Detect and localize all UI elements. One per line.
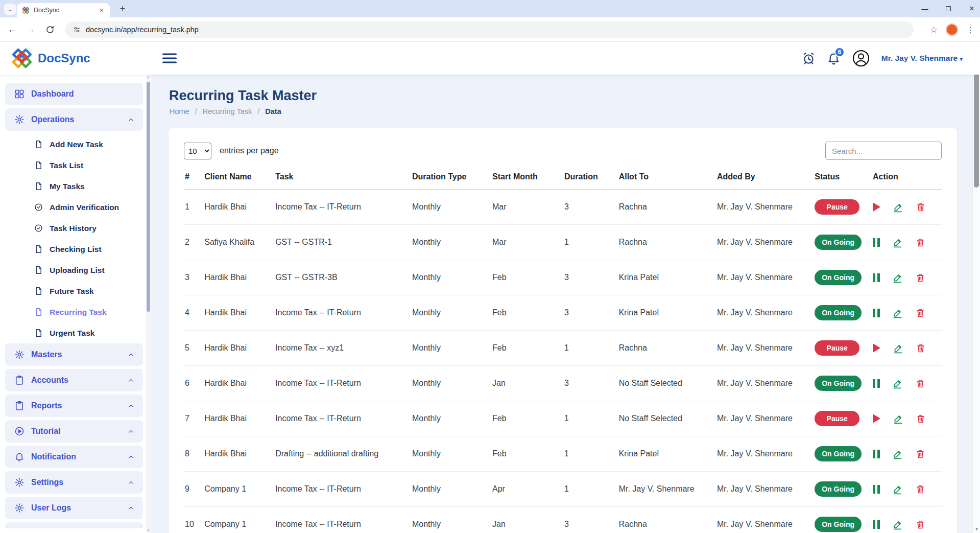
sidebar-item-reports[interactable]: Reports: [5, 395, 143, 417]
scroll-up-icon[interactable]: ▲: [146, 76, 151, 79]
sidebar-item-task-history[interactable]: Task History: [5, 218, 143, 239]
entries-per-page-select[interactable]: 10: [184, 143, 211, 159]
start-month-cell: Apr: [491, 472, 563, 507]
close-window-icon[interactable]: ×: [967, 4, 977, 13]
pause-icon[interactable]: [873, 485, 880, 494]
delete-trash-icon[interactable]: [915, 449, 925, 459]
bookmark-star-icon[interactable]: ☆: [930, 25, 938, 35]
forward-icon[interactable]: →: [25, 24, 37, 36]
duration-cell: 3: [563, 295, 618, 331]
search-input[interactable]: [825, 142, 942, 160]
check-circle-icon: [34, 224, 43, 233]
edit-pencil-icon[interactable]: [892, 237, 903, 248]
delete-trash-icon[interactable]: [915, 272, 925, 283]
sidebar-item-notification[interactable]: Notification: [5, 446, 143, 468]
delete-trash-icon[interactable]: [915, 519, 925, 529]
delete-trash-icon[interactable]: [916, 413, 926, 424]
window-controls: — ×: [920, 0, 977, 17]
tab-search-button[interactable]: ⌄: [4, 4, 16, 15]
resume-play-icon[interactable]: [873, 414, 880, 423]
added-by-cell: Mr. Jay V. Shenmare: [716, 190, 814, 225]
row-actions: [873, 202, 939, 213]
alarm-clock-icon[interactable]: [802, 52, 816, 65]
sidebar-item-settings[interactable]: Settings: [5, 471, 143, 494]
edit-pencil-icon[interactable]: [893, 343, 903, 354]
breadcrumb-recurring-task[interactable]: Recurring Task: [203, 107, 252, 115]
sidebar-item-label: Uploading List: [50, 266, 105, 275]
delete-trash-icon[interactable]: [915, 484, 925, 494]
edit-pencil-icon[interactable]: [892, 449, 903, 459]
edit-pencil-icon[interactable]: [893, 413, 903, 424]
sidebar-item-urgent-task[interactable]: Urgent Task: [5, 322, 143, 343]
duration-type-cell: Monthly: [411, 190, 491, 225]
user-avatar-icon[interactable]: [852, 49, 870, 67]
browser-menu-icon[interactable]: ⋮: [966, 25, 975, 35]
window-scrollbar[interactable]: ▲ ▼: [972, 42, 980, 533]
resume-play-icon[interactable]: [873, 202, 880, 212]
user-menu[interactable]: Mr. Jay V. Shenmare ▾: [881, 54, 963, 63]
sidebar-item-user-logs[interactable]: User Logs: [5, 497, 143, 519]
edit-pencil-icon[interactable]: [893, 202, 903, 213]
sidebar-item-task-list[interactable]: Task List: [5, 155, 143, 176]
hamburger-menu-icon[interactable]: [162, 51, 177, 66]
back-icon[interactable]: ←: [6, 24, 18, 36]
delete-trash-icon[interactable]: [915, 237, 925, 247]
start-month-cell: Feb: [491, 401, 563, 436]
pause-icon[interactable]: [873, 273, 880, 282]
sidebar-item-admin-verification[interactable]: Admin Verification: [5, 197, 143, 218]
pause-icon[interactable]: [873, 520, 880, 529]
duration-cell: 3: [563, 366, 618, 401]
site-info-icon[interactable]: [73, 26, 81, 34]
chevron-up-icon: [127, 504, 135, 512]
brand-logo[interactable]: DocSync: [11, 48, 90, 69]
minimize-icon[interactable]: —: [920, 5, 930, 13]
sidebar-item-dashboard[interactable]: Dashboard: [5, 83, 143, 105]
sidebar-item-accounts[interactable]: Accounts: [5, 369, 143, 391]
sidebar-scrollbar-thumb[interactable]: [147, 82, 150, 312]
reload-icon[interactable]: [44, 24, 56, 36]
sidebar-item-future-task[interactable]: Future Task: [5, 281, 143, 302]
browser-tab[interactable]: DocSync ×: [17, 3, 110, 17]
row-number: 1: [184, 190, 203, 225]
sidebar-item-label: Notification: [31, 452, 76, 461]
added-by-cell: Mr. Jay V. Shenmare: [716, 401, 814, 436]
scroll-down-icon[interactable]: ▼: [146, 529, 151, 532]
maximize-icon[interactable]: [943, 5, 953, 13]
sidebar-item-masters[interactable]: Masters: [5, 343, 143, 366]
sidebar-item-uploading-list[interactable]: Uploading List: [5, 260, 143, 281]
duration-cell: 3: [563, 260, 618, 295]
edit-pencil-icon[interactable]: [892, 484, 903, 495]
pause-icon[interactable]: [873, 379, 880, 388]
notification-bell-icon[interactable]: 6: [827, 52, 841, 65]
added-by-cell: Mr. Jay V. Shenmare: [716, 225, 814, 260]
browser-profile-avatar[interactable]: [946, 24, 958, 36]
brand-name: DocSync: [38, 51, 90, 65]
tab-close-icon[interactable]: ×: [98, 6, 106, 15]
sidebar-item-operations[interactable]: Operations: [5, 108, 143, 131]
delete-trash-icon[interactable]: [915, 378, 925, 388]
resume-play-icon[interactable]: [873, 343, 880, 353]
sidebar-item-tutorial[interactable]: Tutorial: [5, 420, 143, 443]
sidebar-item-my-tasks[interactable]: My Tasks: [5, 176, 143, 197]
edit-pencil-icon[interactable]: [892, 272, 903, 283]
edit-pencil-icon[interactable]: [892, 378, 903, 389]
sidebar-item-recurring-task[interactable]: Recurring Task: [5, 302, 143, 322]
sidebar-item-label: My Tasks: [50, 182, 85, 191]
edit-pencil-icon[interactable]: [892, 519, 903, 530]
sidebar-item-add-new-task[interactable]: Add New Task: [5, 134, 143, 155]
sidebar-scrollbar[interactable]: ▲ ▼: [146, 75, 151, 533]
edit-pencil-icon[interactable]: [892, 308, 903, 318]
breadcrumb-home[interactable]: Home: [170, 107, 189, 115]
start-month-cell: Mar: [491, 225, 563, 260]
sidebar-item-checking-list[interactable]: Checking List: [5, 239, 143, 260]
pause-icon[interactable]: [873, 238, 880, 247]
delete-trash-icon[interactable]: [916, 202, 926, 212]
scroll-down-icon[interactable]: ▼: [973, 527, 980, 531]
url-bar[interactable]: docsync.in/app/recurring_task.php: [65, 21, 914, 38]
pause-icon[interactable]: [873, 309, 880, 317]
delete-trash-icon[interactable]: [916, 343, 926, 353]
delete-trash-icon[interactable]: [915, 308, 925, 318]
row-actions: [873, 519, 939, 530]
pause-icon[interactable]: [873, 450, 880, 458]
new-tab-button[interactable]: +: [116, 3, 129, 15]
